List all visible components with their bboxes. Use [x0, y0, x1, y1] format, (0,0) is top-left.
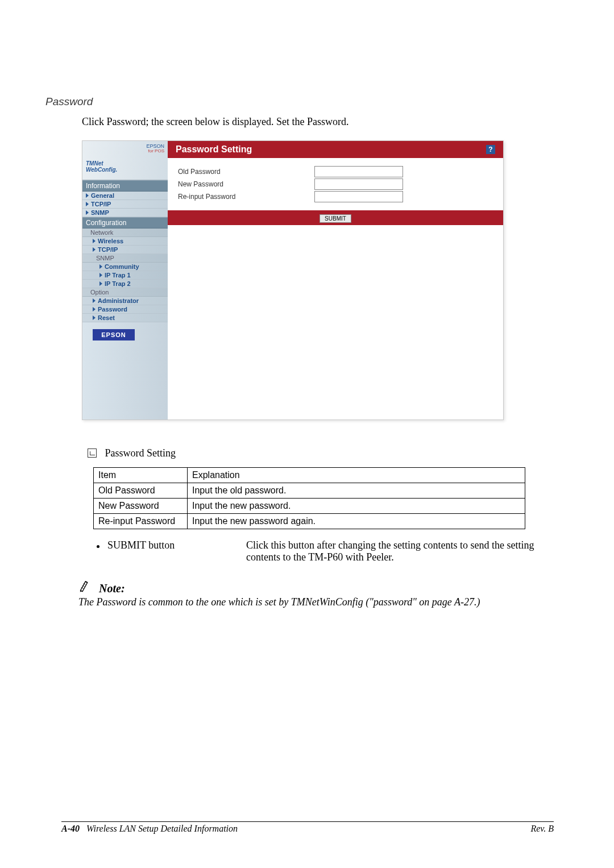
footer-page-number: A-40 — [61, 824, 80, 833]
document-page: Password Click Password; the screen belo… — [0, 0, 614, 868]
submit-bar: SUBMIT — [168, 210, 503, 225]
panel-title: Password Setting — [176, 144, 252, 155]
form-row-old-password: Old Password — [178, 166, 493, 177]
table-row: Re-input Password Input the new password… — [94, 514, 525, 529]
sidebar-item-community[interactable]: Community — [82, 263, 168, 271]
sidebar-item-label: TCP/IP — [91, 201, 111, 207]
page-footer: A-40 Wireless LAN Setup Detailed Informa… — [61, 821, 554, 834]
logo-tmnet-text: TMNet — [86, 160, 164, 167]
table-cell-item: New Password — [94, 499, 188, 514]
note-text: The Password is common to the one which … — [78, 596, 554, 608]
table-header-row: Item Explanation — [94, 468, 525, 483]
sidebar-item-label: IP Trap 1 — [105, 272, 131, 279]
sidebar-item-general[interactable]: General — [82, 192, 168, 200]
logo-forpos-text: for POS — [86, 148, 164, 153]
footer-revision: Rev. B — [530, 824, 554, 834]
sidebar-item-label: IP Trap 2 — [105, 280, 131, 287]
submit-explain-desc: Click this button after changing the set… — [246, 539, 554, 563]
triangle-icon — [93, 298, 96, 303]
sidebar-item-iptrap2[interactable]: IP Trap 2 — [82, 280, 168, 288]
form-row-new-password: New Password — [178, 178, 493, 190]
ui-screenshot: EPSON for POS TMNet WebConfig. Informati… — [82, 140, 504, 420]
logo-webconfig-text: WebConfig. — [86, 167, 164, 173]
nav-header-configuration: Configuration — [82, 217, 168, 229]
nav-label-network: Network — [82, 229, 168, 237]
sidebar-item-label: General — [91, 192, 114, 199]
triangle-icon — [99, 273, 102, 277]
intro-paragraph: Click Password; the screen below is disp… — [82, 116, 554, 128]
note-word: Note: — [99, 582, 125, 595]
table-cell-explanation: Input the new password. — [188, 499, 525, 514]
sidebar-item-wireless[interactable]: Wireless — [82, 237, 168, 246]
sidebar-item-label: Password — [98, 306, 127, 313]
sidebar-item-label: Reset — [98, 314, 115, 321]
sidebar-item-label: Wireless — [98, 238, 123, 244]
triangle-icon — [93, 307, 96, 312]
new-password-label: New Password — [178, 180, 314, 188]
form-row-reinput-password: Re-input Password — [178, 191, 493, 202]
sidebar-item-reset[interactable]: Reset — [82, 314, 168, 322]
sidebar-item-label: SNMP — [91, 209, 109, 216]
table-header-explanation: Explanation — [188, 468, 525, 483]
table-cell-item: Re-input Password — [94, 514, 188, 529]
help-icon[interactable]: ? — [486, 145, 495, 154]
pencil-icon — [78, 578, 94, 595]
form-area: Old Password New Password Re-input Passw… — [168, 158, 503, 206]
sidebar-item-password[interactable]: Password — [82, 305, 168, 314]
epson-badge: EPSON — [93, 329, 135, 340]
section-title: Password — [45, 95, 554, 108]
submit-explain-label: SUBMIT button — [107, 539, 246, 551]
triangle-icon — [86, 202, 89, 206]
reinput-password-label: Re-input Password — [178, 193, 314, 201]
sidebar: EPSON for POS TMNet WebConfig. Informati… — [82, 141, 168, 420]
sidebar-item-tcpip-config[interactable]: TCP/IP — [82, 246, 168, 254]
triangle-icon — [99, 281, 102, 286]
table-row: New Password Input the new password. — [94, 499, 525, 514]
table-cell-explanation: Input the old password. — [188, 483, 525, 499]
old-password-label: Old Password — [178, 168, 314, 176]
triangle-icon — [86, 193, 89, 198]
old-password-input[interactable] — [314, 166, 403, 177]
panel-header: Password Setting ? — [168, 141, 503, 158]
logo-area: EPSON for POS TMNet WebConfig. — [82, 141, 168, 180]
triangle-icon — [93, 239, 96, 243]
sidebar-item-tcpip-info[interactable]: TCP/IP — [82, 200, 168, 209]
sidebar-item-administrator[interactable]: Administrator — [82, 297, 168, 305]
nav-label-snmp: SNMP — [82, 254, 168, 263]
table-header-item: Item — [94, 468, 188, 483]
submit-button[interactable]: SUBMIT — [320, 214, 351, 223]
table-row: Old Password Input the old password. — [94, 483, 525, 499]
subsection-row: Password Setting — [88, 447, 554, 459]
table-cell-explanation: Input the new password again. — [188, 514, 525, 529]
new-password-input[interactable] — [314, 178, 403, 190]
sidebar-item-label: TCP/IP — [98, 246, 118, 253]
bullet-box-icon — [88, 448, 97, 458]
sidebar-item-iptrap1[interactable]: IP Trap 1 — [82, 271, 168, 280]
triangle-icon — [86, 210, 89, 215]
sidebar-item-label: Administrator — [98, 297, 139, 304]
triangle-icon — [93, 247, 96, 252]
triangle-icon — [93, 315, 96, 320]
password-setting-table: Item Explanation Old Password Input the … — [93, 467, 525, 529]
subsection-title-text: Password Setting — [105, 447, 176, 459]
sidebar-item-label: Community — [105, 263, 139, 270]
reinput-password-input[interactable] — [314, 191, 403, 202]
footer-title: Wireless LAN Setup Detailed Information — [86, 824, 238, 833]
nav-label-option: Option — [82, 288, 168, 297]
bullet-dot-icon — [97, 545, 99, 548]
sidebar-item-snmp-info[interactable]: SNMP — [82, 209, 168, 217]
note-row: Note: — [78, 578, 554, 595]
footer-left: A-40 Wireless LAN Setup Detailed Informa… — [61, 824, 238, 834]
table-cell-item: Old Password — [94, 483, 188, 499]
submit-explain-row: SUBMIT button Click this button after ch… — [97, 539, 554, 563]
main-panel: Password Setting ? Old Password New Pass… — [168, 141, 503, 420]
triangle-icon — [99, 264, 102, 269]
nav-header-information: Information — [82, 180, 168, 192]
